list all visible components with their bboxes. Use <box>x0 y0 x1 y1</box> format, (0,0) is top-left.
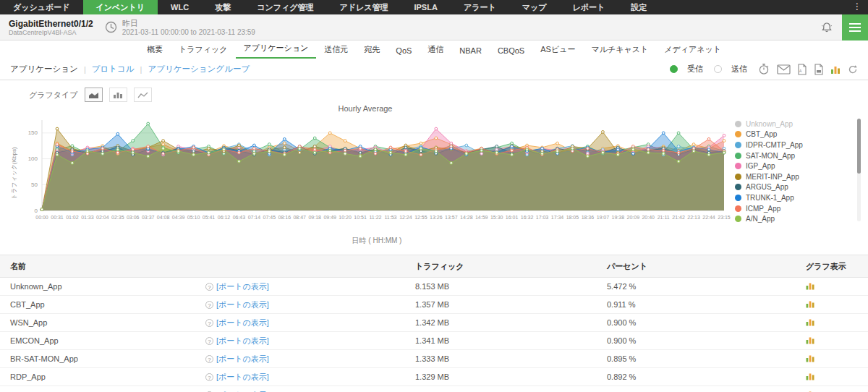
col-header-percent[interactable]: パーセント <box>597 255 796 278</box>
nav-item-設定[interactable]: 設定 <box>618 0 660 14</box>
legend-item-MERIT-INP_App[interactable]: MERIT-INP_App <box>735 171 862 182</box>
chart-title: Hourly Average <box>0 104 731 113</box>
show-ports-link[interactable]: [ポートの表示] <box>216 336 269 345</box>
graph-type-area-button[interactable] <box>85 88 103 102</box>
ports-cell: ?[ポートの表示] <box>195 314 405 332</box>
help-icon[interactable]: ? <box>205 301 213 309</box>
show-ports-link[interactable]: [ポートの表示] <box>216 282 269 291</box>
radio-send[interactable] <box>714 65 722 73</box>
legend-dot <box>735 142 741 148</box>
legend-label: IGP_App <box>746 162 775 170</box>
nav-item-アドレス管理[interactable]: アドレス管理 <box>326 0 401 14</box>
toolbar: 受信 送信 A <box>670 63 858 75</box>
legend-item-ARGUS_App[interactable]: ARGUS_App <box>735 182 862 193</box>
legend-item-A/N_App[interactable]: A/N_App <box>735 213 862 224</box>
row-bar-chart-icon[interactable] <box>806 318 815 326</box>
pdf-icon[interactable]: A <box>797 64 807 75</box>
svg-text:11:53: 11:53 <box>385 215 397 220</box>
radio-receive[interactable] <box>670 65 678 73</box>
svg-text:13:26: 13:26 <box>430 215 443 220</box>
svg-text:06:12: 06:12 <box>218 215 231 220</box>
application-table: 名前 トラフィック パーセント グラフ表示 Unknown_App?[ポートの表… <box>0 255 868 392</box>
tab-宛先[interactable]: 宛先 <box>356 41 388 59</box>
interface-name: GigabitEthernet0/1/2 <box>9 19 93 29</box>
nav-item-コンフィグ管理[interactable]: コンフィグ管理 <box>244 0 326 14</box>
tab-CBQoS[interactable]: CBQoS <box>490 43 532 59</box>
csv-icon[interactable] <box>814 64 824 75</box>
svg-text:0: 0 <box>35 208 38 214</box>
nav-item-WLC[interactable]: WLC <box>158 0 202 14</box>
tab-トラフィック[interactable]: トラフィック <box>171 41 236 59</box>
bar-chart-icon[interactable] <box>830 64 841 74</box>
nav-item-ダッシュボード[interactable]: ダッシュボード <box>0 0 83 14</box>
tab-ASビュー[interactable]: ASビュー <box>532 41 583 59</box>
graph-type-tools: グラフタイプ <box>29 88 868 102</box>
nav-item-レポート[interactable]: レポート <box>559 0 618 14</box>
show-ports-link[interactable]: [ポートの表示] <box>216 318 269 327</box>
graph-type-line-button[interactable] <box>134 88 152 102</box>
bell-icon[interactable] <box>820 21 833 34</box>
nav-item-インベントリ[interactable]: インベントリ <box>83 0 158 14</box>
nav-item-IPSLA[interactable]: IPSLA <box>401 0 450 14</box>
graph-cell <box>796 368 868 386</box>
row-bar-chart-icon[interactable] <box>806 299 815 308</box>
tab-マルチキャスト[interactable]: マルチキャスト <box>583 41 656 59</box>
menu-icon[interactable] <box>842 14 868 41</box>
help-icon[interactable]: ? <box>205 283 213 291</box>
legend-item-Unknown_App[interactable]: Unknown_App <box>735 119 862 129</box>
traffic-value: 1.341 MB <box>405 332 597 350</box>
col-header-traffic[interactable]: トラフィック <box>405 255 597 278</box>
traffic-value: 8.153 MB <box>405 278 597 296</box>
tab-メディアネット[interactable]: メディアネット <box>656 41 729 59</box>
help-icon[interactable]: ? <box>205 373 213 381</box>
ports-cell: ?[ポートの表示] <box>195 296 405 314</box>
header-right <box>820 14 868 41</box>
row-bar-chart-icon[interactable] <box>806 336 815 344</box>
tab-通信[interactable]: 通信 <box>420 41 451 59</box>
time-period-selector[interactable]: 昨日 2021-03-11 00:00:00 to 2021-03-11 23:… <box>105 19 255 36</box>
subnav-separator: | <box>140 65 142 74</box>
legend-dot <box>735 216 741 222</box>
legend-item-SAT-MON_App[interactable]: SAT-MON_App <box>735 150 862 161</box>
legend-item-IGP_App[interactable]: IGP_App <box>735 161 862 171</box>
show-ports-link[interactable]: [ポートの表示] <box>216 372 269 381</box>
svg-text:13:57: 13:57 <box>445 215 458 220</box>
subnav-link-アプリケーショングループ[interactable]: アプリケーショングループ <box>148 64 250 74</box>
nav-item-攻撃[interactable]: 攻撃 <box>202 0 244 14</box>
legend-scrollbar-thumb[interactable] <box>857 119 861 174</box>
refresh-icon[interactable] <box>848 64 858 74</box>
table-row: CBT_App?[ポートの表示]1.357 MB0.911 % <box>0 296 868 314</box>
subnav-link-アプリケーション[interactable]: アプリケーション <box>10 64 78 74</box>
top-nav-items: ダッシュボードインベントリWLC攻撃コンフィグ管理アドレス管理IPSLAアラート… <box>0 0 660 14</box>
row-bar-chart-icon[interactable] <box>806 354 815 362</box>
help-icon[interactable]: ? <box>205 319 213 327</box>
help-icon[interactable]: ? <box>205 355 213 363</box>
email-icon[interactable] <box>777 64 791 74</box>
svg-text:20:09: 20:09 <box>627 215 640 220</box>
nav-item-マップ[interactable]: マップ <box>509 0 560 14</box>
svg-text:00:31: 00:31 <box>51 215 64 220</box>
row-bar-chart-icon[interactable] <box>806 372 815 380</box>
legend-item-CBT_App[interactable]: CBT_App <box>735 129 862 140</box>
legend-item-IDPR-CMTP_App[interactable]: IDPR-CMTP_App <box>735 140 862 150</box>
help-icon[interactable]: ? <box>205 337 213 345</box>
legend-dot <box>735 184 741 190</box>
show-ports-link[interactable]: [ポートの表示] <box>216 354 269 363</box>
col-header-name[interactable]: 名前 <box>0 255 195 278</box>
show-ports-link[interactable]: [ポートの表示] <box>216 300 269 309</box>
row-bar-chart-icon[interactable] <box>806 281 815 290</box>
tab-概要[interactable]: 概要 <box>139 41 171 59</box>
traffic-chart[interactable]: 05010015000:0000:3101:0201:3302:0402:350… <box>12 114 735 224</box>
legend-item-ICMP_App[interactable]: ICMP_App <box>735 203 862 214</box>
percent-value: 0.900 % <box>597 314 796 332</box>
tab-NBAR[interactable]: NBAR <box>451 43 490 59</box>
graph-type-bar-button[interactable] <box>109 88 127 102</box>
subnav-link-プロトコル[interactable]: プロトコル <box>92 64 135 74</box>
tab-送信元[interactable]: 送信元 <box>316 41 356 59</box>
tab-アプリケーション[interactable]: アプリケーション <box>236 40 317 59</box>
legend-item-TRUNK-1_App[interactable]: TRUNK-1_App <box>735 192 862 203</box>
tab-QoS[interactable]: QoS <box>388 43 420 59</box>
more-vertical-icon[interactable]: ⋮ <box>846 0 868 14</box>
nav-item-アラート[interactable]: アラート <box>451 0 509 14</box>
schedule-icon[interactable] <box>758 63 770 75</box>
